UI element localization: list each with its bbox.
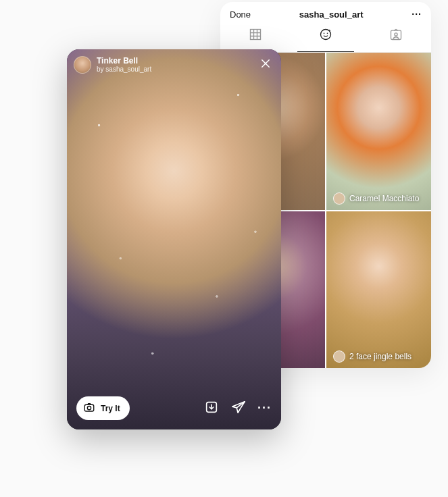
close-button[interactable] xyxy=(257,56,274,74)
profile-tabs xyxy=(220,24,431,53)
preview-header: Tinker Bell by sasha_soul_art xyxy=(74,56,274,74)
profile-username: sasha_soul_art xyxy=(299,9,364,20)
effect-label-row: Caramel Macchiato xyxy=(333,192,419,205)
svg-point-6 xyxy=(324,33,325,34)
tab-tagged[interactable] xyxy=(361,24,431,48)
send-icon xyxy=(231,400,246,417)
creator-avatar xyxy=(333,350,345,363)
effect-name: 2 face jingle bells xyxy=(349,352,412,361)
close-icon xyxy=(259,57,272,72)
filter-text-block: Tinker Bell by sasha_soul_art xyxy=(97,57,151,73)
svg-rect-12 xyxy=(84,404,94,411)
done-button[interactable]: Done xyxy=(230,9,251,20)
camera-icon xyxy=(83,401,95,415)
preview-actions: ··· xyxy=(203,400,272,417)
save-button[interactable] xyxy=(203,400,220,417)
filter-author: by sasha_soul_art xyxy=(97,66,151,73)
filter-info[interactable]: Tinker Bell by sasha_soul_art xyxy=(74,56,151,74)
svg-rect-0 xyxy=(251,30,261,40)
preview-footer: Try It ··· xyxy=(67,387,281,429)
filter-preview-image xyxy=(67,49,281,429)
save-icon xyxy=(204,400,219,417)
preview-more-button[interactable]: ··· xyxy=(257,401,272,415)
filter-title: Tinker Bell xyxy=(97,57,151,66)
try-it-button[interactable]: Try It xyxy=(76,396,130,420)
svg-point-9 xyxy=(395,33,397,36)
effect-thumbnail xyxy=(326,211,431,369)
svg-rect-8 xyxy=(391,30,401,39)
effect-tile[interactable]: 2 face jingle bells xyxy=(326,211,431,369)
tagged-person-icon xyxy=(389,28,403,44)
tab-grid[interactable] xyxy=(220,24,291,48)
more-button[interactable]: ··· xyxy=(412,9,422,20)
svg-point-13 xyxy=(87,407,91,410)
grid-icon xyxy=(249,28,262,44)
try-it-label: Try It xyxy=(101,404,120,413)
smiley-sparkle-icon xyxy=(319,28,332,44)
share-button[interactable] xyxy=(230,400,247,417)
effect-thumbnail xyxy=(326,53,431,210)
creator-avatar xyxy=(333,192,345,205)
filter-preview-card: Tinker Bell by sasha_soul_art xyxy=(67,49,281,429)
tab-effects[interactable] xyxy=(291,24,361,48)
svg-point-5 xyxy=(321,30,331,40)
gallery-header: Done sasha_soul_art ··· xyxy=(220,2,431,24)
svg-point-7 xyxy=(327,33,328,34)
effect-name: Caramel Macchiato xyxy=(349,194,419,203)
creator-avatar xyxy=(74,56,91,74)
effect-label-row: 2 face jingle bells xyxy=(333,350,412,363)
effect-tile[interactable]: Caramel Macchiato xyxy=(326,53,431,210)
